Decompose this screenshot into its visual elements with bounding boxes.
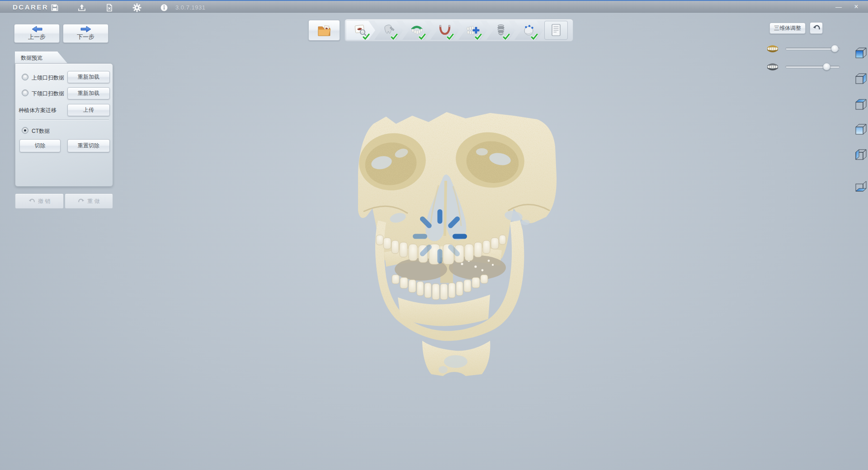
view-cube-back[interactable] [854,123,867,136]
implant-plan-label: 种植体方案迁移 [19,107,57,114]
app-logo: DCARER [13,3,48,11]
app-window: DCARER 3.0.7.1931 — × 上一步 下一步 数据预览 上颌口扫数… [0,0,868,470]
next-step-label: 下一步 [77,33,94,41]
lower-jaw-teeth-icon [766,62,779,72]
arrow-left-icon [32,26,42,33]
redo-button[interactable]: 重 做 [65,193,113,209]
prev-step-button[interactable]: 上一步 [14,24,60,43]
redo-arrow-icon [78,198,85,204]
version-label: 3.0.7.1931 [175,4,205,11]
step-done-check-icon [475,33,482,40]
upper-jaw-opacity-handle[interactable] [831,45,839,52]
step-done-check-icon [503,33,510,40]
reload-lower-scan-button[interactable]: 重新加载 [67,87,110,99]
upload-implant-plan-button[interactable]: 上传 [67,104,110,116]
view-cube-front[interactable] [854,47,867,59]
upper-scan-label: 上颌口扫数据 [32,74,64,82]
workflow-step-report[interactable] [544,21,568,40]
step-done-check-icon [447,33,454,40]
undo-arrow-icon [28,198,35,204]
reset-cut-button[interactable]: 重置切除 [67,139,110,152]
upper-jaw-teeth-icon [766,44,779,54]
redo-label: 重 做 [88,197,100,205]
lower-jaw-opacity-handle[interactable] [823,63,830,70]
view-cube-top[interactable] [854,98,867,111]
titlebar: DCARER 3.0.7.1931 — × [0,0,868,13]
export-icon[interactable] [76,3,88,12]
minimize-button[interactable]: — [832,2,845,11]
cut-button[interactable]: 切除 [19,139,61,152]
ct-data-label: CT数据 [32,127,50,135]
ct-data-radio[interactable] [22,127,28,134]
close-button[interactable]: × [849,2,863,11]
ct-skull-render[interactable] [354,108,559,376]
view-cube-right[interactable] [854,72,867,85]
undo-label: 撤 销 [38,197,50,205]
upper-scan-radio[interactable] [22,74,28,80]
reset-view-button[interactable] [810,22,823,34]
minimize-glyph: — [835,3,842,10]
save-icon[interactable] [49,3,61,12]
history-toolbar: 撤 销 重 做 [15,193,113,209]
report-doc-icon[interactable] [104,3,115,12]
lower-scan-label: 下颌口扫数据 [32,90,64,98]
arrow-right-icon [80,26,91,33]
open-case-folder-icon [317,24,331,37]
data-preview-panel: 上颌口扫数据 重新加载 下颌口扫数据 重新加载 种植体方案迁移 上传 CT数据 … [15,63,113,187]
view-cube-left[interactable] [854,148,867,161]
step-done-check-icon [419,33,426,40]
report-step-icon [550,24,562,37]
step-done-check-icon [531,33,538,40]
open-case-folder-button[interactable] [308,20,340,41]
lower-jaw-opacity-slider[interactable] [785,66,840,68]
lower-teeth [392,275,488,300]
tab-data-preview[interactable]: 数据预览 [15,52,67,63]
info-icon[interactable] [158,3,170,12]
view-cube-bottom[interactable] [854,180,867,193]
next-step-button[interactable]: 下一步 [63,24,108,43]
settings-gear-icon[interactable] [131,3,143,12]
prev-step-label: 上一步 [28,33,46,41]
volume-adjust-button[interactable]: 三维体调整 [769,23,806,34]
close-icon: × [854,3,858,10]
step-done-check-icon [363,33,370,40]
lower-scan-radio[interactable] [22,89,28,96]
step-done-check-icon [391,33,398,40]
undo-arrow-icon [812,24,821,32]
undo-button[interactable]: 撤 销 [15,193,64,209]
reload-upper-scan-button[interactable]: 重新加载 [67,71,110,83]
panel-divider [19,119,109,120]
